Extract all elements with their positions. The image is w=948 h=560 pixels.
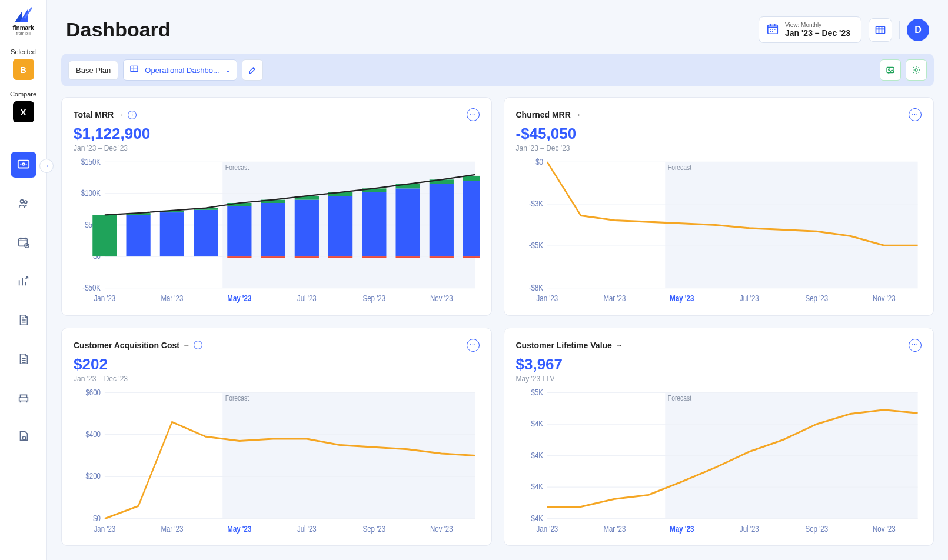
compare-plan-box[interactable]: X — [13, 101, 34, 122]
svg-text:Forecast: Forecast — [667, 394, 691, 402]
brand-subtitle: from bill — [16, 31, 31, 35]
svg-rect-34 — [160, 212, 184, 256]
card-title: Customer Lifetime Value — [516, 341, 612, 350]
svg-text:Jul '23: Jul '23 — [297, 524, 317, 533]
header-divider — [899, 21, 900, 39]
card-total-mrr: Total MRR → i ⋯ $1,122,900 Jan '23 – Dec… — [61, 97, 492, 316]
svg-text:Jul '23: Jul '23 — [739, 294, 759, 303]
svg-rect-59 — [463, 181, 480, 256]
arrow-right-icon[interactable]: → — [616, 341, 623, 349]
svg-text:$0: $0 — [535, 157, 543, 166]
expand-sidebar-button[interactable]: → — [39, 159, 54, 173]
svg-rect-49 — [328, 256, 352, 258]
svg-rect-40 — [227, 256, 251, 258]
date-range-picker[interactable]: View: Monthly Jan '23 – Dec '23 — [759, 16, 861, 43]
selected-plan-box[interactable]: B — [13, 59, 34, 80]
brand-name: finmark — [12, 25, 34, 31]
card-subtitle: Jan '23 – Dec '23 — [74, 144, 480, 152]
svg-text:Mar '23: Mar '23 — [603, 524, 626, 533]
svg-text:Jan '23: Jan '23 — [536, 524, 558, 533]
nav-people-icon[interactable] — [11, 191, 36, 216]
svg-text:$150K: $150K — [81, 157, 101, 166]
nav-search-doc-icon[interactable] — [11, 424, 36, 449]
card-ltv: Customer Lifetime Value → ⋯ $3,967 May '… — [504, 328, 934, 546]
nav-dashboard-icon[interactable] — [11, 152, 36, 178]
svg-text:$4K: $4K — [531, 419, 543, 428]
chart-total-mrr: Forecast-$50K$0$50K$100K$150KJan '23Mar … — [74, 157, 480, 305]
card-title: Customer Acquisition Cost — [74, 341, 179, 350]
svg-text:$5K: $5K — [531, 388, 543, 397]
svg-rect-0 — [18, 161, 28, 168]
svg-rect-61 — [463, 256, 480, 258]
svg-point-11 — [889, 69, 890, 71]
svg-text:-$50K: -$50K — [82, 283, 101, 292]
svg-text:-$8K: -$8K — [528, 283, 543, 292]
nav-calendar-money-icon[interactable] — [11, 229, 36, 255]
nav-furniture-icon[interactable] — [11, 385, 36, 411]
svg-text:Forecast: Forecast — [225, 164, 250, 171]
svg-rect-50 — [362, 192, 386, 256]
settings-export-button[interactable] — [906, 59, 927, 81]
svg-text:May '23: May '23 — [227, 524, 251, 533]
card-menu-button[interactable]: ⋯ — [467, 108, 480, 121]
calendar-icon — [766, 22, 779, 38]
brand-logo[interactable]: finmark from bill — [9, 7, 38, 35]
info-icon[interactable]: i — [128, 111, 137, 119]
svg-rect-8 — [876, 26, 885, 34]
table-view-button[interactable] — [869, 18, 892, 42]
svg-rect-43 — [261, 256, 285, 258]
card-menu-button[interactable]: ⋯ — [467, 339, 480, 352]
svg-text:Nov '23: Nov '23 — [873, 294, 896, 303]
svg-text:Nov '23: Nov '23 — [873, 524, 896, 533]
chart-churned-mrr: Forecast-$8K-$5K-$3K$0Jan '23Mar '23May … — [516, 157, 922, 305]
arrow-right-icon[interactable]: → — [117, 111, 124, 119]
svg-text:-$5K: -$5K — [528, 241, 543, 250]
svg-text:Forecast: Forecast — [225, 394, 250, 402]
info-icon[interactable]: i — [194, 341, 202, 349]
svg-text:May '23: May '23 — [227, 294, 251, 303]
user-avatar[interactable]: D — [907, 19, 929, 41]
card-menu-button[interactable]: ⋯ — [909, 339, 922, 352]
card-churned-mrr: Churned MRR → ⋯ -$45,050 Jan '23 – Dec '… — [504, 97, 934, 316]
date-view-label: View: Monthly — [785, 22, 850, 28]
svg-text:$4K: $4K — [531, 450, 543, 459]
svg-rect-52 — [362, 256, 386, 258]
svg-text:Sep '23: Sep '23 — [805, 294, 828, 303]
nav-growth-chart-icon[interactable] — [11, 268, 36, 294]
export-image-button[interactable] — [880, 59, 901, 81]
svg-text:Mar '23: Mar '23 — [161, 294, 183, 303]
svg-rect-32 — [127, 215, 151, 256]
nav-document-icon[interactable] — [11, 307, 36, 333]
svg-text:Nov '23: Nov '23 — [430, 294, 453, 303]
svg-rect-31 — [92, 215, 117, 256]
arrow-right-icon[interactable]: → — [183, 341, 190, 349]
svg-text:Sep '23: Sep '23 — [363, 294, 386, 303]
dashboard-selector-text: Operational Dashbo... — [145, 66, 219, 75]
svg-rect-36 — [194, 210, 218, 256]
svg-text:Sep '23: Sep '23 — [805, 524, 828, 533]
svg-text:$4K: $4K — [531, 482, 543, 491]
svg-point-6 — [22, 436, 26, 440]
arrow-right-icon[interactable]: → — [574, 111, 581, 119]
dashboard-selector[interactable]: Operational Dashbo... ⌄ — [123, 59, 237, 81]
card-cac: Customer Acquisition Cost → i ⋯ $202 Jan… — [61, 328, 492, 546]
card-menu-button[interactable]: ⋯ — [909, 108, 922, 121]
card-value: $1,122,900 — [74, 125, 480, 143]
nav-spreadsheet-icon[interactable] — [11, 346, 36, 372]
date-range-text: Jan '23 – Dec '23 — [785, 28, 850, 38]
svg-text:Jul '23: Jul '23 — [739, 524, 759, 533]
toolbar: Base Plan Operational Dashbo... ⌄ — [61, 54, 934, 86]
svg-text:$100K: $100K — [81, 188, 101, 198]
card-subtitle: Jan '23 – Dec '23 — [516, 144, 922, 152]
chevron-down-icon: ⌄ — [225, 66, 231, 74]
sidebar-selected-label: Selected — [11, 48, 36, 55]
svg-rect-58 — [430, 256, 454, 258]
svg-rect-41 — [261, 203, 285, 256]
svg-rect-46 — [295, 256, 319, 258]
svg-text:Forecast: Forecast — [667, 164, 691, 171]
edit-dashboard-button[interactable] — [242, 59, 263, 81]
svg-rect-56 — [430, 184, 454, 256]
base-plan-chip[interactable]: Base Plan — [68, 61, 118, 80]
card-title: Churned MRR — [516, 110, 571, 119]
svg-text:$200: $200 — [85, 471, 101, 481]
